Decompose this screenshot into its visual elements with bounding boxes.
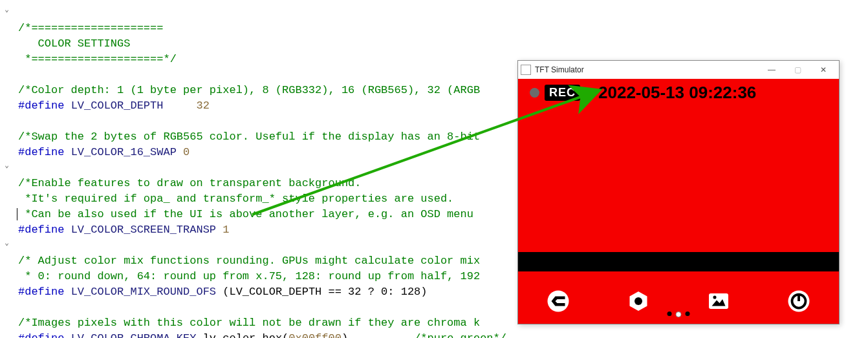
- power-icon[interactable]: [786, 288, 812, 314]
- code-text: lv_color_hex(: [196, 332, 288, 338]
- code-text: (LV_COLOR_DEPTH == 32 ? 0: 128): [216, 286, 427, 298]
- window-icon: [521, 65, 531, 75]
- dot-current: [676, 312, 682, 317]
- number: 32: [196, 100, 209, 112]
- comment-line: /*pure green*/: [414, 332, 506, 338]
- comment-line: /* Adjust color mix functions rounding. …: [18, 255, 480, 267]
- identifier: LV_COLOR_16_SWAP: [71, 146, 177, 158]
- svg-point-0: [548, 291, 569, 312]
- editor-caret: [17, 208, 17, 220]
- code-text: ): [342, 332, 348, 338]
- svg-rect-3: [709, 293, 728, 309]
- fold-marker[interactable]: ⌄: [3, 161, 11, 169]
- number: 1: [222, 224, 229, 236]
- keyword: #define: [18, 286, 64, 298]
- back-icon[interactable]: [545, 288, 571, 314]
- svg-point-2: [635, 297, 642, 305]
- dot: [667, 312, 672, 316]
- dot: [686, 312, 690, 316]
- black-band: [518, 252, 839, 271]
- fold-marker[interactable]: ⌄: [3, 238, 11, 247]
- svg-point-5: [713, 295, 716, 299]
- close-button[interactable]: ✕: [810, 62, 836, 78]
- code-content: /*==================== COLOR SETTINGS *=…: [18, 5, 506, 338]
- simulator-screen: REC 2022-05-13 09:22:36: [518, 79, 839, 324]
- maximize-button[interactable]: ▢: [785, 62, 810, 78]
- identifier: LV_COLOR_MIX_ROUND_OFS: [71, 286, 216, 298]
- rec-badge: REC: [545, 85, 580, 101]
- comment-line: /*Swap the 2 bytes of RGB565 color. Usef…: [18, 131, 480, 143]
- comment-line: COLOR SETTINGS: [18, 37, 130, 50]
- comment-line: *====================*/: [18, 53, 177, 65]
- comment-line: *Can be also used if the UI is above ano…: [18, 208, 480, 220]
- record-indicator-icon: [530, 88, 539, 98]
- comment-line: /*====================: [18, 22, 163, 34]
- timestamp-label: 2022-05-13 09:22:36: [598, 83, 756, 103]
- identifier: LV_COLOR_DEPTH: [71, 100, 164, 112]
- settings-icon[interactable]: [625, 288, 651, 314]
- page-dots: [667, 312, 690, 317]
- simulator-window[interactable]: TFT Simulator — ▢ ✕ REC 2022-05-13 09:22…: [517, 60, 840, 324]
- gallery-icon[interactable]: [706, 288, 732, 314]
- number: 0: [183, 146, 190, 158]
- gutter: ⌄ ⌄ ⌄: [0, 0, 14, 338]
- identifier: LV_COLOR_SCREEN_TRANSP: [71, 224, 216, 236]
- keyword: #define: [18, 224, 64, 236]
- number: 0x00ff00: [288, 332, 342, 338]
- comment-line: /*Enable features to draw on transparent…: [18, 177, 362, 189]
- comment-line: /*Color depth: 1 (1 byte per pixel), 8 (…: [18, 84, 480, 96]
- keyword: #define: [18, 146, 64, 158]
- comment-line: * 0: round down, 64: round up from x.75,…: [18, 270, 480, 282]
- identifier: LV_COLOR_CHROMA_KEY: [71, 332, 197, 338]
- comment-line: *It's required if opa_ and transform_* s…: [18, 193, 453, 205]
- window-title: TFT Simulator: [535, 65, 584, 74]
- dock: [518, 285, 839, 317]
- keyword: #define: [18, 332, 64, 338]
- status-row: REC 2022-05-13 09:22:36: [518, 83, 839, 102]
- minimize-button[interactable]: —: [759, 62, 785, 78]
- titlebar[interactable]: TFT Simulator — ▢ ✕: [518, 61, 839, 79]
- keyword: #define: [18, 100, 64, 112]
- fold-marker[interactable]: ⌄: [3, 5, 11, 14]
- comment-line: /*Images pixels with this color will not…: [18, 317, 480, 329]
- svg-rect-8: [797, 293, 800, 301]
